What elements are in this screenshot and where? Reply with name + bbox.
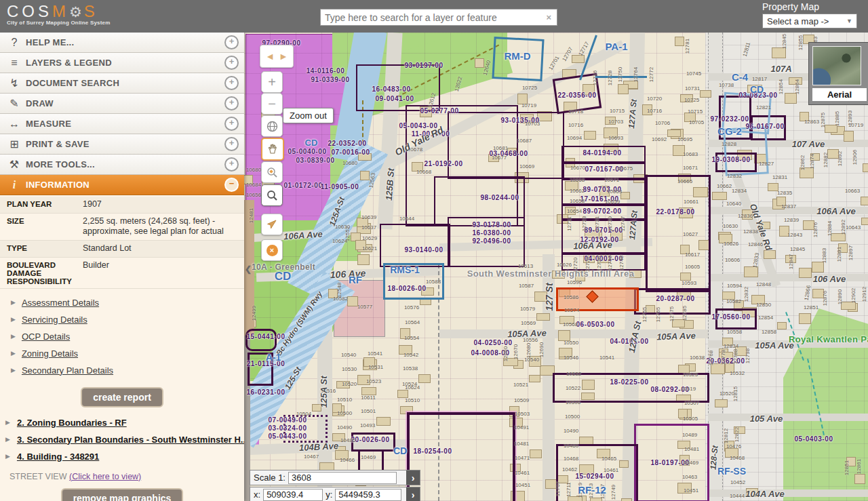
house-number: 10662 (717, 183, 732, 189)
house-number: 12778 (720, 350, 726, 365)
detail-link[interactable]: Servicing Details (22, 315, 87, 325)
street-view-label: STREET VIEW (9, 472, 67, 481)
sidebar-item-label: PRINT & SAVE (23, 139, 224, 149)
full-extent-button[interactable] (261, 115, 283, 137)
map-canvas[interactable]: Old Yale RdOld Yale Rd125B St125A-St125A… (244, 33, 868, 501)
expand-icon[interactable]: + (224, 96, 239, 111)
house-number: 12798 (745, 348, 751, 363)
map-select-dropdown[interactable]: Select a map -> ▼ (762, 14, 857, 28)
create-report-button[interactable]: create report (81, 387, 163, 407)
scale-input[interactable] (288, 472, 397, 484)
sidebar-collapse-icon[interactable]: ❮ (245, 264, 252, 274)
search-tool-button[interactable] (261, 184, 283, 206)
previous-extent-icon[interactable]: ◄ (265, 51, 275, 62)
pan-button[interactable] (261, 138, 284, 161)
house-number: 10503 (515, 411, 530, 417)
field-label: SIZE (7, 216, 83, 237)
house-number: 10661 (684, 199, 698, 205)
house-number: 10640 (726, 201, 741, 207)
house-number: 10574 (564, 307, 579, 313)
remove-map-graphics-button[interactable]: remove map graphics (61, 488, 184, 501)
house-number: 10576 (404, 304, 419, 310)
scale-row: Scale 1: › (250, 470, 420, 485)
parcel-id-label: 96-0167-00 (745, 123, 784, 130)
parcel-id-label: 98-0244-00 (480, 194, 519, 201)
result-link[interactable]: 4. Building - 348291 (17, 452, 99, 462)
house-number: 10669 (519, 163, 534, 169)
info-field-row: PLAN YEAR1907 (0, 197, 244, 214)
expand-icon[interactable]: + (224, 56, 239, 70)
information-icon: i (5, 179, 23, 191)
house-number: 12731 (594, 216, 600, 231)
detail-link[interactable]: Zoning Details (22, 348, 78, 359)
house-number: 12828 (722, 141, 736, 147)
zoom-out-button[interactable]: − (261, 93, 283, 115)
coordinate-go-button[interactable]: › (406, 487, 420, 501)
expand-icon[interactable]: + (224, 137, 239, 151)
next-extent-icon[interactable]: ► (279, 51, 288, 62)
house-number: 12845 (781, 34, 787, 49)
sidebar-item-layers[interactable]: ≡LAYERS & LEGEND+ (0, 53, 244, 73)
sidebar-item-measure[interactable]: ↔MEASURE+ (0, 114, 244, 134)
sidebar-item-help[interactable]: ?HELP ME...+ (0, 33, 244, 53)
expand-icon[interactable]: + (224, 157, 239, 172)
sidebar-item-print[interactable]: ⊞PRINT & SAVE+ (0, 134, 244, 155)
basemap-switcher[interactable]: Aerial (808, 42, 868, 105)
scale-label: Scale 1: (254, 473, 285, 483)
sidebar-item-document-search[interactable]: ↯DOCUMENT SEARCH+ (0, 73, 244, 94)
expand-icon[interactable]: + (224, 76, 239, 90)
y-input[interactable] (335, 489, 401, 501)
result-link[interactable]: 3. Secondary Plan Boundaries - South Wes… (17, 435, 244, 445)
sidebar-item-information[interactable]: iINFORMATION− (0, 175, 244, 195)
house-number: 10639 (361, 214, 376, 220)
parcel-id-label: 03-0839-00 (296, 157, 334, 164)
zoom-window-button[interactable] (261, 161, 283, 183)
house-number: 12788 (732, 349, 738, 364)
house-number: 10462 (562, 466, 577, 473)
zone-label: C-4 (732, 71, 748, 83)
house-number: 10491 (514, 424, 529, 430)
street-view-link[interactable]: (Click here to view) (69, 472, 141, 481)
sidebar-item-draw[interactable]: ✎DRAW+ (0, 94, 244, 114)
house-number: 10465 (601, 456, 616, 462)
x-input[interactable] (263, 489, 323, 501)
detail-link[interactable]: OCP Details (22, 332, 70, 342)
clear-search-icon[interactable]: × (540, 12, 557, 22)
scale-go-button[interactable]: › (406, 470, 420, 485)
layer-feature-search[interactable]: × (320, 9, 557, 26)
house-number: 10668 (570, 177, 585, 183)
detail-link[interactable]: Assessment Details (22, 298, 99, 308)
house-number: 12885 (834, 111, 840, 126)
result-link[interactable]: 2. Zoning Boundaries - RF (17, 418, 127, 428)
triangle-icon: ▶ (5, 436, 10, 443)
house-number: 10671 (604, 177, 619, 183)
locate-button[interactable] (261, 214, 283, 235)
zone-label: RMS-1 (390, 264, 420, 275)
house-number: 10451 (684, 487, 698, 494)
house-number: 10532 (730, 370, 745, 376)
house-number: 12891 (836, 247, 842, 262)
house-number: 10694 (567, 135, 582, 141)
house-number: 10506 (566, 399, 580, 405)
expand-icon[interactable]: + (224, 35, 239, 49)
expand-icon[interactable]: + (224, 117, 239, 131)
sidebar-item-more-tools[interactable]: ⚒MORE TOOLS...+ (0, 155, 244, 175)
zone-label: A-1 (266, 352, 281, 363)
zone-label: RM-D (504, 50, 530, 62)
house-number: 10706 (655, 120, 670, 126)
sidebar-item-label: HELP ME... (23, 37, 224, 47)
collapse-icon[interactable]: − (224, 178, 239, 192)
house-number: 12845 (790, 246, 805, 252)
clear-selection-button[interactable]: × (261, 239, 283, 261)
parcel-id-label: 15-0441-00 (246, 333, 285, 340)
street-label: 107 Ave (792, 139, 825, 149)
house-number: 10605 (685, 264, 700, 270)
street-label: 104A Ave (745, 489, 785, 499)
street-label: 107A (770, 64, 791, 74)
zoom-out-tooltip: Zoom out (283, 108, 334, 123)
house-number: 10683 (683, 151, 698, 157)
detail-link[interactable]: Secondary Plan Details (22, 365, 113, 376)
search-input[interactable] (321, 12, 540, 23)
zoom-in-button[interactable]: + (261, 71, 283, 93)
parcel-id-label: 18-0225-00 (610, 378, 648, 386)
